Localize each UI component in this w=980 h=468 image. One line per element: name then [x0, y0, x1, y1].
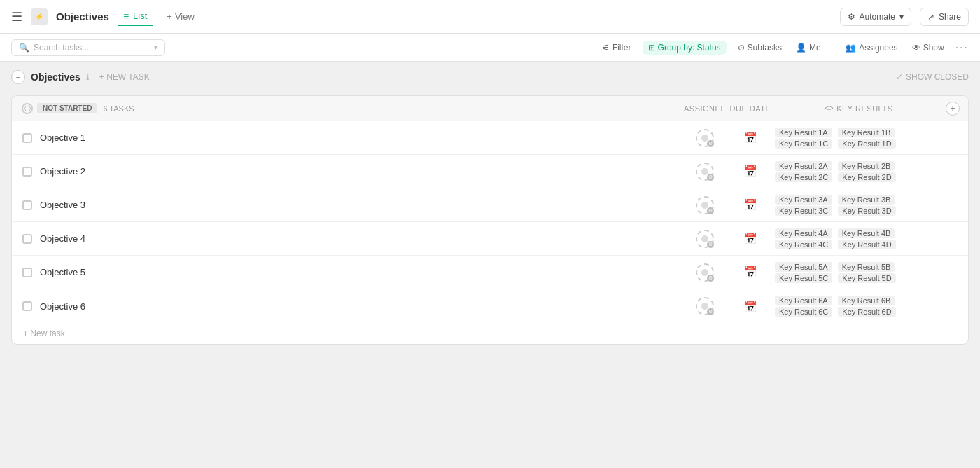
kr-tag[interactable]: Key Result 1D	[838, 139, 895, 149]
show-label: Show	[923, 43, 944, 53]
kr-tag[interactable]: Key Result 6B	[838, 296, 895, 305]
assignee-cell[interactable]: ⚙	[684, 263, 726, 282]
checkbox-circle[interactable]	[22, 301, 32, 311]
filter-button[interactable]: ⚟ Filter	[599, 41, 634, 54]
table-row: Objective 2 ⚙ 📅 Key Result 2A Key Result…	[12, 155, 968, 188]
task-name[interactable]: Objective 4	[37, 233, 684, 244]
kr-row-2: Key Result 4C Key Result 4D	[775, 240, 943, 249]
task-checkbox-3[interactable]	[18, 234, 37, 244]
share-button[interactable]: ↗ Share	[920, 8, 969, 26]
kr-tag[interactable]: Key Result 6C	[775, 307, 832, 317]
kr-tag[interactable]: Key Result 4A	[775, 228, 832, 238]
task-checkbox-4[interactable]	[18, 268, 37, 277]
kr-row-1: Key Result 1A Key Result 1B	[775, 128, 943, 137]
subtasks-icon: ⊙	[738, 43, 745, 53]
duedate-cell[interactable]: 📅	[726, 300, 775, 313]
calendar-icon[interactable]: 📅	[743, 131, 757, 144]
automate-button[interactable]: ⚙ Automate ▾	[840, 8, 911, 26]
task-checkbox-5[interactable]	[18, 301, 37, 311]
calendar-icon[interactable]: 📅	[743, 232, 757, 245]
checkbox-circle[interactable]	[22, 268, 32, 277]
calendar-icon[interactable]: 📅	[743, 198, 757, 212]
kr-tag[interactable]: Key Result 1A	[775, 128, 832, 137]
collapse-icon: ◯	[24, 105, 31, 111]
new-task-row[interactable]: + New task	[12, 323, 968, 344]
kr-tag[interactable]: Key Result 5B	[838, 262, 895, 272]
hamburger-icon[interactable]: ☰	[11, 9, 22, 25]
kr-tag[interactable]: Key Result 2B	[838, 161, 895, 171]
kr-tag[interactable]: Key Result 5A	[775, 262, 832, 272]
avatar[interactable]: ⚙	[696, 297, 714, 315]
tab-list[interactable]: ≡ List	[118, 8, 153, 26]
assignee-cell[interactable]: ⚙	[684, 196, 726, 214]
kr-tag[interactable]: Key Result 4D	[838, 240, 895, 249]
checkbox-circle[interactable]	[22, 167, 32, 177]
avatar-inner	[701, 235, 708, 242]
kr-tag[interactable]: Key Result 3A	[775, 195, 832, 205]
duedate-cell[interactable]: 📅	[726, 266, 775, 279]
avatar[interactable]: ⚙	[696, 163, 714, 181]
section-collapse-button[interactable]: −	[11, 70, 25, 84]
new-task-button[interactable]: + NEW TASK	[95, 71, 154, 83]
assignee-cell[interactable]: ⚙	[684, 230, 726, 248]
kr-tag[interactable]: Key Result 2A	[775, 161, 832, 171]
divider: ·	[832, 42, 835, 53]
task-checkbox-2[interactable]	[18, 200, 37, 210]
kr-tag[interactable]: Key Result 3C	[775, 206, 832, 216]
kr-tag[interactable]: Key Result 4C	[775, 240, 832, 249]
task-name[interactable]: Objective 6	[37, 301, 684, 312]
duedate-cell[interactable]: 📅	[726, 131, 775, 144]
checkbox-circle[interactable]	[22, 133, 32, 143]
group-by-button[interactable]: ⊞ Group by: Status	[643, 41, 727, 55]
task-name[interactable]: Objective 1	[37, 132, 684, 143]
kr-tag[interactable]: Key Result 2C	[775, 172, 832, 182]
avatar[interactable]: ⚙	[696, 230, 714, 248]
avatar[interactable]: ⚙	[696, 263, 714, 282]
duedate-cell[interactable]: 📅	[726, 232, 775, 245]
show-closed-label: SHOW CLOSED	[906, 72, 969, 82]
assignee-cell[interactable]: ⚙	[684, 297, 726, 315]
show-closed-button[interactable]: ✓ SHOW CLOSED	[896, 72, 969, 82]
assignee-cell[interactable]: ⚙	[684, 163, 726, 181]
assignee-cell[interactable]: ⚙	[684, 129, 726, 147]
kr-tag[interactable]: Key Result 4B	[838, 228, 895, 238]
info-icon[interactable]: ℹ	[86, 72, 90, 82]
kr-tag[interactable]: Key Result 2D	[838, 172, 895, 182]
duedate-cell[interactable]: 📅	[726, 198, 775, 212]
subtasks-button[interactable]: ⊙ Subtasks	[735, 41, 785, 54]
calendar-icon[interactable]: 📅	[743, 300, 757, 313]
assignees-button[interactable]: 👥 Assignees	[843, 41, 900, 54]
search-box[interactable]: 🔍 Search tasks... ▾	[11, 39, 165, 56]
kr-tag[interactable]: Key Result 1B	[838, 128, 895, 137]
add-view-button[interactable]: + View	[161, 8, 200, 25]
nav-right: ⚙ Automate ▾ ↗ Share	[840, 8, 969, 26]
avatar[interactable]: ⚙	[696, 196, 714, 214]
me-label: Me	[809, 43, 821, 53]
task-name[interactable]: Objective 5	[37, 267, 684, 277]
kr-tag[interactable]: Key Result 3B	[838, 195, 895, 205]
task-name[interactable]: Objective 2	[37, 166, 684, 177]
keyresults-cell: Key Result 1A Key Result 1B Key Result 1…	[775, 125, 943, 151]
more-button[interactable]: ···	[955, 41, 969, 54]
duedate-cell[interactable]: 📅	[726, 165, 775, 178]
checkbox-circle[interactable]	[22, 234, 32, 244]
kr-tag[interactable]: Key Result 3D	[838, 206, 895, 216]
me-button[interactable]: 👤 Me	[793, 41, 824, 54]
add-column-button[interactable]: +	[946, 102, 960, 116]
calendar-icon[interactable]: 📅	[743, 266, 757, 279]
show-button[interactable]: 👁 Show	[909, 41, 947, 54]
calendar-icon[interactable]: 📅	[743, 165, 757, 178]
checkbox-circle[interactable]	[22, 200, 32, 210]
avatar[interactable]: ⚙	[696, 129, 714, 147]
kr-tag[interactable]: Key Result 5C	[775, 273, 832, 283]
table-row: Objective 6 ⚙ 📅 Key Result 6A Key Result…	[12, 289, 968, 323]
table-row: Objective 5 ⚙ 📅 Key Result 5A Key Result…	[12, 256, 968, 289]
kr-tag[interactable]: Key Result 5D	[838, 273, 895, 283]
task-checkbox-0[interactable]	[18, 133, 37, 143]
kr-tag[interactable]: Key Result 6A	[775, 296, 832, 305]
kr-tag[interactable]: Key Result 6D	[838, 307, 895, 317]
task-checkbox-1[interactable]	[18, 167, 37, 177]
status-collapse-btn[interactable]: ◯	[22, 103, 33, 114]
kr-tag[interactable]: Key Result 1C	[775, 139, 832, 149]
task-name[interactable]: Objective 3	[37, 200, 684, 210]
